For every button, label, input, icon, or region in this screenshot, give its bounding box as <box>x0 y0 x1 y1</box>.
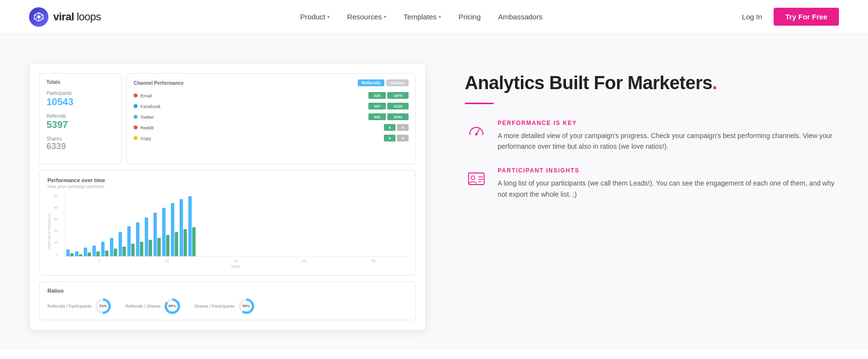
nav-pricing[interactable]: Pricing <box>458 13 481 21</box>
x-labels: 5 10 15 20 25 <box>64 257 408 263</box>
ratio1-value: 51% <box>98 301 108 312</box>
svg-line-6 <box>34 17 37 19</box>
chart-bars <box>64 194 408 257</box>
facebook-bars: 167 3125 <box>368 103 409 109</box>
bar-group-9 <box>136 222 143 256</box>
shares-label: Shares <box>46 136 114 141</box>
channel-row-facebook: Facebook 167 3125 <box>134 103 409 109</box>
twitter-bar2: 2341 <box>387 113 409 120</box>
svg-point-1 <box>37 16 40 18</box>
feature1-title: PERFORMANCE IS KEY <box>498 120 839 126</box>
logo-icon <box>29 7 48 27</box>
ratio3-donut: 60% <box>239 298 254 314</box>
headline-underline <box>465 103 494 104</box>
perf-card: Performance over time How your campaign … <box>39 170 416 276</box>
bar-group-11 <box>153 213 161 256</box>
ratio2-label: Referrals / Shares <box>125 304 161 309</box>
referrals-label: Referrals <box>46 113 114 119</box>
copy-bar1: 5 <box>384 135 396 141</box>
ratio3-label: Shares / Participants <box>195 304 235 309</box>
feature1-desc: A more detailed view of your campaign's … <box>498 130 839 152</box>
ratios-title: Ratios <box>47 288 408 294</box>
chevron-down-icon: ▾ <box>384 14 386 19</box>
twitter-bar1: 402 <box>368 113 386 120</box>
ratios-section: Ratios Referrals / Participants 51% Refe… <box>39 281 416 320</box>
bar-group-4 <box>92 246 100 256</box>
nav-ambassadors[interactable]: Ambassadors <box>498 13 543 21</box>
nav-product[interactable]: Product ▾ <box>300 13 330 21</box>
twitter-dot <box>134 115 137 119</box>
bar-group-7 <box>119 232 126 256</box>
email-name: Email <box>140 93 368 98</box>
login-link[interactable]: Log In <box>742 13 762 21</box>
bar-group-13 <box>171 203 178 256</box>
reddit-bar1: 0 <box>384 124 396 131</box>
reddit-dot <box>134 125 137 129</box>
tab-referrals[interactable]: Referrals <box>358 79 384 86</box>
bar-group-1 <box>66 250 74 256</box>
participants-value: 10543 <box>46 96 114 108</box>
logo-svg <box>33 12 44 22</box>
hero-section: Totals Participants 10543 Referrals 5397… <box>0 34 868 350</box>
y-axis-container: Referrals & Participants <box>47 194 51 268</box>
email-dot <box>134 94 137 97</box>
main-headline: Analytics Built For Marketers. <box>465 73 839 94</box>
bar-group-15 <box>188 196 196 256</box>
nav-resources[interactable]: Resources ▾ <box>347 13 386 21</box>
chart-content: 5 10 15 20 25 Days <box>64 194 408 268</box>
email-bar2: 1875 <box>387 92 409 99</box>
logo-link[interactable]: viral loops <box>29 7 101 27</box>
ratio1-donut: 51% <box>95 298 111 314</box>
shares-item: Shares 6339 <box>46 136 114 152</box>
channel-header: Channel Performance Referrals Shares <box>134 79 409 86</box>
feature2-desc: A long list of your participants (we cal… <box>498 178 839 200</box>
feature-insights: PARTICIPANT INSIGHTS A long list of your… <box>465 167 839 200</box>
feature-insights-text: PARTICIPANT INSIGHTS A long list of your… <box>498 167 839 200</box>
chart-wrapper: Referrals & Participants 0 10 20 30 40 5… <box>47 194 408 268</box>
chevron-down-icon: ▾ <box>327 14 330 19</box>
x-axis-label: Days <box>64 264 408 268</box>
bar-group-10 <box>145 218 152 256</box>
shares-value: 6339 <box>46 141 114 152</box>
feature-performance-text: PERFORMANCE IS KEY A more detailed view … <box>498 120 839 152</box>
bar-group-3 <box>84 248 91 256</box>
ratio3-value: 60% <box>241 301 252 312</box>
channel-row-reddit: Reddit 0 0 <box>134 124 409 131</box>
channel-row-copy: Copy 5 0 <box>134 135 409 141</box>
nav-templates[interactable]: Templates ▾ <box>404 13 441 21</box>
bar-group-6 <box>110 238 117 256</box>
try-free-button[interactable]: Try For Free <box>774 8 839 26</box>
facebook-name: Facebook <box>140 104 368 109</box>
ratio-referrals-participants: Referrals / Participants 51% <box>47 298 111 314</box>
channel-row-email: Email 220 1875 <box>134 92 409 99</box>
channel-card: Channel Performance Referrals Shares Ema… <box>126 73 416 164</box>
bar-group-12 <box>162 208 169 256</box>
email-bars: 220 1875 <box>368 92 409 99</box>
copy-name: Copy <box>140 136 384 141</box>
ratio-shares-participants: Shares / Participants 60% <box>195 298 254 314</box>
svg-line-7 <box>34 15 37 16</box>
insights-icon <box>465 167 488 190</box>
ratio1-label: Referrals / Participants <box>47 304 91 309</box>
navbar: viral loops Product ▾ Resources ▾ Templa… <box>0 0 868 34</box>
perf-title: Performance over time <box>47 177 408 183</box>
performance-icon <box>465 120 488 143</box>
tab-shares[interactable]: Shares <box>386 79 409 86</box>
participants-item: Participants 10543 <box>46 91 114 108</box>
feature2-title: PARTICIPANT INSIGHTS <box>498 167 839 174</box>
bar-group-2 <box>75 251 82 256</box>
referrals-value: 5397 <box>46 119 114 130</box>
feature-performance: PERFORMANCE IS KEY A more detailed view … <box>465 120 839 152</box>
logo-text: viral loops <box>53 11 101 23</box>
y-labels: 0 10 20 30 40 50 <box>54 194 58 257</box>
svg-line-3 <box>40 15 43 16</box>
facebook-bar2: 3125 <box>387 103 409 109</box>
bar-group-5 <box>101 242 108 256</box>
reddit-name: Reddit <box>140 125 384 130</box>
ratios-row: Referrals / Participants 51% Referrals /… <box>47 298 408 314</box>
twitter-name: Twitter <box>140 114 368 120</box>
svg-line-4 <box>40 17 43 19</box>
perf-subtitle: How your campaign performs <box>47 184 408 189</box>
top-cards: Totals Participants 10543 Referrals 5397… <box>39 73 416 164</box>
bar-group-8 <box>127 226 135 256</box>
